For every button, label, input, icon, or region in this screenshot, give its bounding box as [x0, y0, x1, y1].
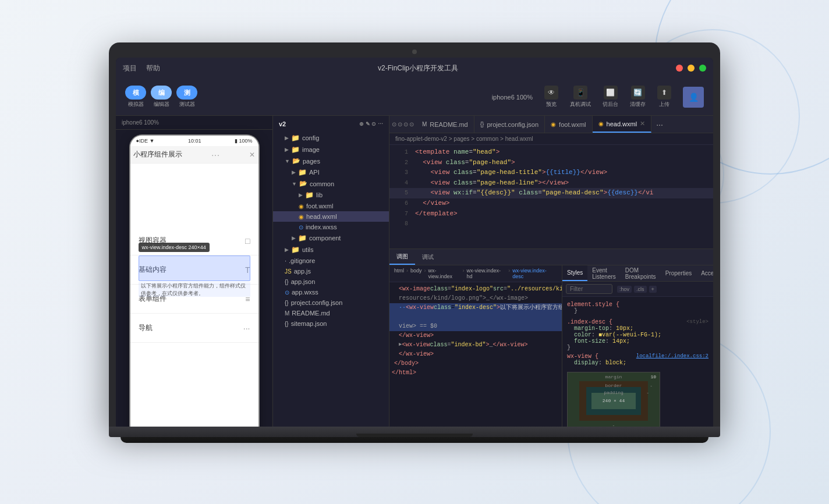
file-readme[interactable]: M README.md [273, 308, 389, 318]
folder-config[interactable]: ▶ 📁 config [273, 132, 389, 144]
gitignore-label: .gitignore [289, 257, 315, 264]
head-tab-icon: ◉ [598, 120, 604, 127]
tab-foot-wxml[interactable]: ◉ foot.wxml [545, 116, 592, 133]
debug-tab-extra[interactable]: 调试 [415, 249, 441, 265]
dom-bc-wx-view-index[interactable]: wx-view.index [428, 268, 460, 279]
tab-icon-3: ⊙ [403, 121, 408, 127]
maximize-button[interactable] [699, 65, 706, 72]
dom-bc-wx-view-index-hd[interactable]: wx-view.index-hd [466, 268, 506, 279]
upload-icon: ⬆ [657, 86, 671, 100]
folder-lib[interactable]: ▶ 📁 lib [273, 189, 389, 201]
editor-icon: 编 [151, 86, 172, 100]
box-padding: padding - 240 × 44 [586, 387, 642, 415]
style-filter-input[interactable] [566, 284, 612, 294]
app-js-icon: JS [285, 268, 292, 275]
file-project-config[interactable]: {} project.config.json [273, 297, 389, 308]
phone-dots[interactable]: ··· [211, 150, 220, 159]
file-sitemap[interactable]: {} sitemap.json [273, 318, 389, 329]
tab-readme[interactable]: M README.md [416, 116, 474, 133]
debug-tabs: 调图 调试 [389, 249, 713, 265]
margin-label: margin [605, 374, 622, 379]
folder-utils[interactable]: ▶ 📁 utils [273, 244, 389, 255]
folder-component-icon: 📁 [298, 234, 307, 242]
folder-lib-label: lib [316, 191, 323, 198]
file-app-json[interactable]: {} app.json [273, 276, 389, 287]
display-prop: display [574, 360, 598, 366]
device-debug-action[interactable]: 📱 真机调试 [570, 86, 591, 108]
file-app-wxss[interactable]: ⊙ app.wxss [273, 287, 389, 297]
menu-item-project[interactable]: 项目 [123, 63, 137, 73]
properties-tab[interactable]: Properties [661, 265, 697, 281]
tab-head-wxml[interactable]: ◉ head.wxml ✕ [593, 116, 652, 133]
folder-api[interactable]: ▶ 📁 API [273, 166, 389, 178]
cls-tag[interactable]: .cls [634, 286, 647, 293]
folder-common-icon: 📂 [299, 180, 307, 187]
style-panel: Styles Event Listeners DOM Breakpoints P… [562, 265, 713, 435]
folder-pages-icon: 📂 [292, 157, 300, 165]
simulator-btn[interactable]: 模 模拟器 [125, 86, 146, 108]
element-style-body: } [567, 308, 708, 314]
arrow-api: ▶ [292, 169, 296, 175]
background-action[interactable]: ⬜ 切后台 [603, 86, 618, 108]
folder-api-icon: 📁 [298, 168, 307, 176]
clear-cache-action[interactable]: 🔄 清缓存 [630, 86, 646, 108]
file-foot-wxml[interactable]: ◉ foot.wxml [273, 201, 389, 211]
tester-btn[interactable]: 测 测试器 [176, 86, 197, 108]
debug-main: html › body › wx-view.index › wx-view.in… [389, 265, 562, 435]
device-debug-label: 真机调试 [570, 101, 591, 108]
preview-action[interactable]: 👁 预览 [544, 86, 558, 108]
dom-bc-html[interactable]: html [394, 268, 404, 279]
plus-tag[interactable]: + [649, 286, 657, 293]
upload-action[interactable]: ⬆ 上传 [657, 86, 671, 108]
head-tab-close[interactable]: ✕ [640, 120, 645, 127]
file-panel: v2 ⊕ ✎ ⊙ ⋯ ▶ 📁 config ▶ 📁 image ▼ [273, 116, 389, 435]
editor-btn[interactable]: 编 编辑器 [151, 86, 172, 108]
element-style-rule: element.style { } [567, 300, 708, 315]
file-app-js[interactable]: JS app.js [273, 266, 389, 276]
phone-menu-item-4[interactable]: 导航 ··· [130, 314, 258, 343]
index-desc-rule: .index-desc { <style> margin-top: 10px; … [567, 318, 708, 352]
color-prop: color [574, 332, 591, 338]
menu-item-help[interactable]: 帮助 [146, 63, 160, 73]
file-head-wxml[interactable]: ◉ head.wxml [273, 211, 389, 222]
styles-tab[interactable]: Styles [562, 265, 587, 281]
file-index-wxss[interactable]: ⊙ index.wxss [273, 222, 389, 232]
index-wxss-label: index.wxss [306, 223, 337, 230]
phone-close-icon[interactable]: ✕ [249, 151, 255, 159]
box-border: border - padding - 240 × 44 [579, 381, 649, 421]
close-button[interactable] [676, 65, 683, 72]
code-editor[interactable]: 1 <template name="head"> 2 <view class="… [389, 145, 713, 249]
dom-bc-wx-view-index-desc[interactable]: wx-view.index-desc [512, 268, 557, 279]
border-val: - [650, 383, 653, 388]
debug-code-area[interactable]: <wx-image class="index-logo" src="../res… [389, 282, 562, 435]
debug-tab-调试[interactable]: 调图 [389, 249, 415, 265]
minimize-button[interactable] [688, 65, 695, 72]
hov-tag[interactable]: :hov [617, 286, 632, 293]
folder-component[interactable]: ▶ 📁 component [273, 232, 389, 244]
user-avatar[interactable]: 👤 [683, 87, 704, 108]
device-label: iphone6 100% [492, 94, 533, 101]
dom-breakpoints-tab[interactable]: DOM Breakpoints [621, 265, 661, 281]
time-display: 10:01 [188, 138, 201, 144]
app-js-label: app.js [294, 268, 311, 275]
phone-text-content: 以下将展示小程序官方组件能力，组件样式仅供参考，在式仅供参考者。 [139, 282, 250, 297]
folder-pages[interactable]: ▼ 📂 pages [273, 155, 389, 166]
toolbar-right: iphone6 100% 👁 预览 📱 真机调试 ⬜ 切后台 🔄 [197, 86, 704, 108]
title-bar: 项目 帮助 v2-FinClip小程序开发工具 [116, 58, 713, 79]
folder-common[interactable]: ▼ 📂 common [273, 178, 389, 189]
wx-view-source[interactable]: localfile:/.index.css:2 [636, 353, 708, 360]
accessibility-tab[interactable]: Accessibility [696, 265, 713, 281]
debug-dom-line-5: </wx-view> [389, 331, 562, 340]
code-line-2: 2 <view class="page-head"> [389, 158, 713, 168]
file-gitignore[interactable]: · .gitignore [273, 255, 389, 266]
laptop-base [109, 427, 720, 437]
highlight-marker: ··· [399, 303, 406, 322]
dom-bc-body[interactable]: body [410, 268, 422, 279]
display-val: block; [605, 360, 626, 366]
folder-image[interactable]: ▶ 📁 image [273, 144, 389, 155]
tab-project-config[interactable]: {} project.config.json [474, 116, 545, 133]
debug-dom-line-1: <wx-image class="index-logo" src="../res… [389, 285, 562, 294]
tab-more-button[interactable]: ··· [651, 120, 668, 129]
event-listeners-tab[interactable]: Event Listeners [587, 265, 621, 281]
folder-image-icon: 📁 [291, 145, 300, 154]
